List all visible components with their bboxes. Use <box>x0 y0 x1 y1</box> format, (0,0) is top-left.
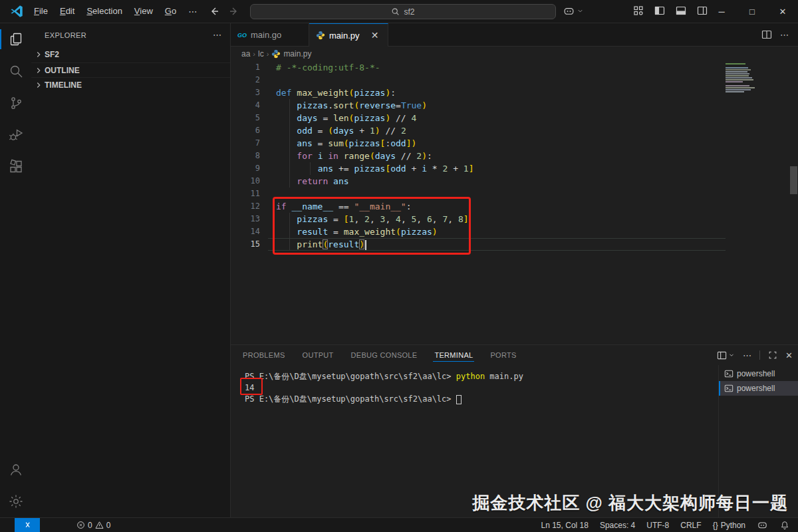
menu-item-view[interactable]: View <box>128 3 159 19</box>
sidebar-title: EXPLORER <box>45 31 86 39</box>
terminal-instance-row[interactable]: powershell <box>719 381 798 396</box>
menu-overflow-button[interactable]: ⋯ <box>182 7 203 17</box>
tab-main.py[interactable]: main.py✕ <box>309 23 388 47</box>
code-text: return ans <box>276 175 349 188</box>
back-button[interactable] <box>209 6 219 17</box>
code-line[interactable]: 4 pizzas.sort(reverse=True) <box>231 99 798 112</box>
code-text: pizzas.sort(reverse=True) <box>276 99 427 112</box>
extensions-activity-icon[interactable] <box>0 151 31 183</box>
code-line[interactable]: 15 print(result) <box>231 238 798 251</box>
line-number: 8 <box>231 150 276 162</box>
breadcrumb: aa›lc›main.py <box>231 47 798 61</box>
remote-icon <box>23 520 33 530</box>
accounts-icon[interactable] <box>0 454 31 485</box>
problems-indicator[interactable]: 0 0 <box>76 521 110 530</box>
code-editor[interactable]: 1# -*-coding:utf-8-*-23def max_weight(pi… <box>231 61 798 344</box>
code-text: # -*-coding:utf-8-*- <box>276 61 380 74</box>
status-label: Spaces: 4 <box>600 521 635 530</box>
search-icon <box>391 7 400 16</box>
menu-item-selection[interactable]: Selection <box>80 3 128 19</box>
split-editor-icon[interactable] <box>761 29 772 40</box>
customize-layout-icon[interactable] <box>633 5 644 16</box>
code-line[interactable]: 11 <box>231 188 798 200</box>
command-center-search[interactable]: sf2 <box>250 4 556 19</box>
run-debug-activity-icon[interactable] <box>0 119 31 151</box>
terminal[interactable]: PS E:\备份\D盘\mysetup\gopath\src\sf2\aa\lc… <box>231 365 718 517</box>
code-text: result = max_weight(pizzas) <box>276 225 438 238</box>
breadcrumb-item-main.py[interactable]: main.py <box>271 49 311 59</box>
settings-gear-icon[interactable] <box>0 485 31 517</box>
chevron-down-icon <box>577 7 584 15</box>
bottom-panel: PROBLEMSOUTPUTDEBUG CONSOLETERMINALPORTS… <box>231 344 798 517</box>
copilot-status-icon[interactable] <box>757 519 768 531</box>
line-number: 14 <box>231 225 276 238</box>
search-activity-icon[interactable] <box>0 55 31 87</box>
close-panel-icon[interactable]: ✕ <box>785 350 793 360</box>
encoding-indicator[interactable]: UTF-8 <box>646 521 669 530</box>
maximize-button[interactable]: □ <box>737 0 767 23</box>
editor-more-actions-icon[interactable]: ⋯ <box>780 30 789 40</box>
notifications-bell-icon[interactable] <box>779 520 790 531</box>
eol-indicator[interactable]: CRLF <box>680 521 701 530</box>
code-line[interactable]: 10 return ans <box>231 175 798 188</box>
menu-item-go[interactable]: Go <box>159 3 182 19</box>
panel-tab-problems[interactable]: PROBLEMS <box>241 345 287 365</box>
indentation-indicator[interactable]: Spaces: 4 <box>600 521 635 530</box>
line-number: 4 <box>231 99 276 112</box>
panel-tab-debug-console[interactable]: DEBUG CONSOLE <box>350 345 419 365</box>
toggle-sidebar-icon[interactable] <box>654 5 665 16</box>
line-number: 2 <box>231 74 276 86</box>
code-line[interactable]: 3def max_weight(pizzas): <box>231 86 798 99</box>
explorer-sidebar: EXPLORER ⋯ SF2OUTLINETIMELINE <box>31 23 231 517</box>
panel-tab-terminal[interactable]: TERMINAL <box>433 345 474 365</box>
breadcrumb-label: main.py <box>283 49 311 59</box>
launch-profile-icon[interactable] <box>717 350 735 360</box>
close-window-button[interactable]: ✕ <box>767 0 798 23</box>
explorer-activity-icon[interactable] <box>0 23 31 55</box>
breadcrumb-item-aa[interactable]: aa <box>241 49 250 59</box>
remote-indicator[interactable] <box>15 518 40 532</box>
source-control-activity-icon[interactable] <box>0 87 31 119</box>
language-indicator[interactable]: {}Python <box>713 521 745 530</box>
sidebar-section-timeline[interactable]: TIMELINE <box>31 77 230 92</box>
code-line[interactable]: 14 result = max_weight(pizzas) <box>231 225 798 238</box>
menu-item-file[interactable]: File <box>28 3 54 19</box>
code-line[interactable]: 1# -*-coding:utf-8-*- <box>231 61 798 74</box>
code-line[interactable]: 6 odd = (days + 1) // 2 <box>231 124 798 137</box>
sidebar-more-actions-icon[interactable]: ⋯ <box>213 30 222 40</box>
copilot-icon <box>563 5 575 17</box>
line-col-indicator[interactable]: Ln 15, Col 18 <box>541 521 589 530</box>
error-icon <box>76 521 85 529</box>
copilot-menu-button[interactable] <box>563 5 584 17</box>
toggle-panel-icon[interactable] <box>676 5 686 16</box>
braces-icon: {} <box>713 521 718 530</box>
code-line[interactable]: 13 pizzas = [1, 2, 3, 4, 5, 6, 7, 8] <box>231 213 798 225</box>
code-line[interactable]: 12if __name__ == "__main__": <box>231 200 798 213</box>
python-file-icon <box>271 49 281 59</box>
code-line[interactable]: 9 ans += pizzas[odd + i * 2 + 1] <box>231 162 798 175</box>
terminal-instance-row[interactable]: powershell <box>719 366 798 381</box>
code-text: pizzas = [1, 2, 3, 4, 5, 6, 7, 8] <box>276 213 469 225</box>
panel-tab-output[interactable]: OUTPUT <box>301 345 335 365</box>
chevron-right-icon <box>34 80 43 90</box>
maximize-panel-icon[interactable] <box>768 350 777 360</box>
code-line[interactable]: 2 <box>231 74 798 86</box>
sidebar-section-outline[interactable]: OUTLINE <box>31 63 230 77</box>
tab-label: main.py <box>329 31 360 41</box>
editor-scrollbar[interactable] <box>790 166 797 194</box>
code-line[interactable]: 5 days = len(pizzas) // 4 <box>231 112 798 124</box>
sidebar-section-label: TIMELINE <box>45 80 82 90</box>
tab-label: main.go <box>251 30 281 40</box>
breadcrumb-item-lc[interactable]: lc <box>258 49 264 59</box>
sidebar-section-sf2[interactable]: SF2 <box>31 47 230 63</box>
tab-main.go[interactable]: GOmain.go <box>231 23 309 47</box>
panel-tab-ports[interactable]: PORTS <box>489 345 517 365</box>
menu-item-edit[interactable]: Edit <box>54 3 80 19</box>
minimize-button[interactable]: ─ <box>706 0 737 23</box>
forward-button[interactable] <box>229 6 239 17</box>
code-line[interactable]: 8 for i in range(days // 2): <box>231 150 798 162</box>
code-line[interactable]: 7 ans = sum(pizzas[:odd]) <box>231 137 798 150</box>
panel-more-actions-icon[interactable]: ⋯ <box>743 350 751 360</box>
close-tab-icon[interactable]: ✕ <box>369 29 381 41</box>
minimap[interactable] <box>726 63 759 93</box>
